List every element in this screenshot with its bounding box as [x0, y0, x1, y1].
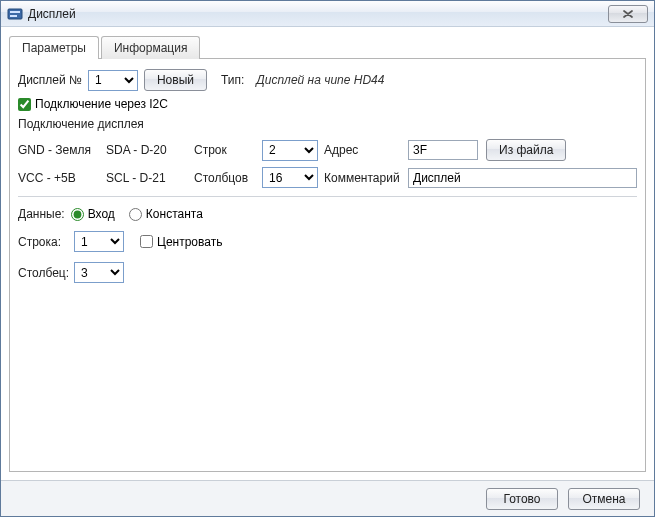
radio-input-label: Вход: [88, 207, 115, 221]
dialog-window: Дисплей Параметры Информация Дисплей № 1…: [0, 0, 655, 517]
new-button[interactable]: Новый: [144, 69, 207, 91]
vcc-label: VCC - +5B: [18, 171, 100, 185]
radio-constant-label: Константа: [146, 207, 203, 221]
connection-grid: GND - Земля SDA - D-20 Строк 2 Адрес Из …: [18, 139, 637, 188]
scl-label: SCL - D-21: [106, 171, 188, 185]
i2c-checkbox[interactable]: Подключение через I2C: [18, 97, 168, 111]
close-icon: [622, 9, 634, 19]
tab-strip: Параметры Информация: [9, 36, 646, 59]
address-input[interactable]: [408, 140, 478, 160]
type-label: Тип:: [221, 73, 244, 87]
row-select[interactable]: 1: [74, 231, 124, 252]
gnd-label: GND - Земля: [18, 143, 100, 157]
footer: Готово Отмена: [1, 480, 654, 516]
cols-select[interactable]: 16: [262, 167, 318, 188]
address-label: Адрес: [324, 143, 402, 157]
section-title-connection: Подключение дисплея: [18, 117, 637, 131]
display-number-select[interactable]: 1: [88, 70, 138, 91]
rows-label: Строк: [194, 143, 256, 157]
display-number-label: Дисплей №: [18, 73, 82, 87]
content-area: Параметры Информация Дисплей № 1 Новый Т…: [1, 27, 654, 480]
comment-input[interactable]: [408, 168, 637, 188]
ok-button[interactable]: Готово: [486, 488, 558, 510]
tab-info[interactable]: Информация: [101, 36, 200, 59]
tab-panel: Дисплей № 1 Новый Тип: Дисплей на чипе H…: [9, 58, 646, 472]
from-file-button[interactable]: Из файла: [486, 139, 566, 161]
rows-select[interactable]: 2: [262, 140, 318, 161]
i2c-checkbox-input[interactable]: [18, 98, 31, 111]
separator: [18, 196, 637, 197]
i2c-checkbox-label: Подключение через I2C: [35, 97, 168, 111]
row-select-label: Строка:: [18, 235, 68, 249]
type-value: Дисплей на чипе HD44: [256, 73, 384, 87]
col-select-label: Столбец:: [18, 266, 68, 280]
center-checkbox[interactable]: Центровать: [140, 235, 222, 249]
svg-rect-1: [10, 11, 20, 13]
svg-rect-2: [10, 15, 17, 17]
close-button[interactable]: [608, 5, 648, 23]
radio-input-control[interactable]: [71, 208, 84, 221]
cancel-button[interactable]: Отмена: [568, 488, 640, 510]
svg-rect-0: [8, 9, 22, 19]
sda-label: SDA - D-20: [106, 143, 188, 157]
app-icon: [7, 6, 23, 22]
center-checkbox-input[interactable]: [140, 235, 153, 248]
col-select[interactable]: 3: [74, 262, 124, 283]
radio-constant[interactable]: Константа: [129, 207, 203, 221]
title-bar: Дисплей: [1, 1, 654, 27]
center-checkbox-label: Центровать: [157, 235, 222, 249]
cols-label: Столбцов: [194, 171, 256, 185]
radio-input[interactable]: Вход: [71, 207, 115, 221]
data-label: Данные:: [18, 207, 65, 221]
tab-params[interactable]: Параметры: [9, 36, 99, 59]
window-title: Дисплей: [28, 7, 608, 21]
radio-constant-control[interactable]: [129, 208, 142, 221]
comment-label: Комментарий: [324, 171, 402, 185]
